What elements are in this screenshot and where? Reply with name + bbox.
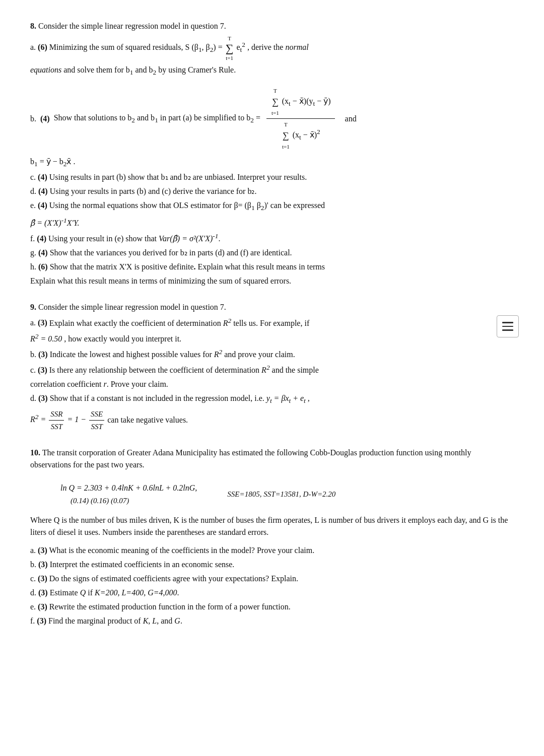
q10f-label: f.	[30, 616, 35, 625]
q8b-num-sup: T	[274, 87, 277, 95]
q10-part-f: f. (3) Find the marginal product of K, L…	[30, 615, 514, 627]
question-9: 9. Consider the simple linear regression…	[30, 301, 514, 432]
q8b-den-sum: T ∑ t=1	[282, 120, 290, 151]
hamburger-menu[interactable]	[497, 315, 519, 337]
q8b-den-sigma: ∑	[283, 129, 289, 143]
q9a-r2-val: R2 = 0.50	[30, 334, 62, 343]
q9a-cont: R2 = 0.50 , how exactly would you interp…	[30, 331, 514, 345]
q8-part-h: h. (6) Show that the matrix X'X is posit…	[30, 261, 514, 273]
q8c-text: Using results in part (b) show that b₁ a…	[49, 173, 307, 181]
q9a-text2: , how exactly would you interpret it.	[64, 334, 181, 343]
q8e-points: (4)	[38, 201, 47, 210]
q10-part-b: b. (3) Interpret the estimated coefficie…	[30, 559, 514, 571]
q10-description: Where Q is the number of bus miles drive…	[30, 514, 514, 538]
q10d-points: (3)	[38, 588, 48, 597]
q8b-label: b.	[30, 113, 36, 125]
q10-equation-main: ln Q = 2.303 + 0.4lnK + 0.6lnL + 0.2lnG,	[60, 482, 197, 494]
q8a-text4: , derive the normal	[247, 43, 309, 51]
q8-intro: Consider the simple linear regression mo…	[38, 22, 226, 30]
q8g-text: Show that the variances you derived for …	[50, 248, 292, 257]
q8a-text6: and solve them for b1 and b2 by using Cr…	[63, 65, 236, 74]
q9d-text2: can take negative values.	[107, 415, 188, 424]
q9d-label: d.	[30, 394, 36, 402]
q8b-num-sum: T ∑ t=1	[271, 87, 279, 117]
q8-part-f: f. (4) Using your result in (e) show tha…	[30, 231, 514, 245]
hamburger-line-3	[502, 329, 513, 331]
q10b-points: (3)	[38, 560, 48, 569]
q8e-text1: Using the normal equations show that OLS…	[49, 201, 325, 210]
q8b-points: (4)	[40, 113, 50, 125]
q9-part-a: a. (3) Explain what exactly the coeffici…	[30, 315, 514, 329]
q8a-sum: T ∑ t=1	[226, 34, 234, 62]
q10a-label: a.	[30, 546, 36, 555]
q10b-label: b.	[30, 560, 36, 569]
q9c-points: (3)	[38, 366, 47, 374]
question-10: 10. The transit corporation of Greater A…	[30, 447, 514, 628]
page: 8. Consider the simple linear regression…	[30, 20, 514, 627]
q8h-points: (6)	[38, 262, 48, 271]
q9a-text: Explain what exactly the coefficient of …	[49, 319, 309, 327]
q8b-and: and	[345, 113, 357, 125]
q8a-sigma: ∑	[226, 43, 234, 54]
q9b-label: b.	[30, 350, 36, 359]
q8a-points: (6)	[38, 43, 47, 51]
q9b-points: (3)	[38, 350, 48, 359]
q10-eq-block: ln Q = 2.303 + 0.4lnK + 0.6lnL + 0.2lnG,…	[60, 482, 514, 507]
q10b-text: Interpret the estimated coefficients in …	[50, 560, 235, 569]
q10-intro-line: 10. The transit corporation of Greater A…	[30, 447, 514, 471]
q8b-big-fraction: T ∑ t=1 (xt − x̄)(yt − ȳ) T ∑ t=1 (xt − …	[266, 86, 335, 152]
q10-part-c: c. (3) Do the signs of estimated coeffic…	[30, 573, 514, 585]
q10-part-d: d. (3) Estimate Q if K=200, L=400, G=4,0…	[30, 587, 514, 599]
q10-eq-left: ln Q = 2.303 + 0.4lnK + 0.6lnL + 0.2lnG,…	[60, 482, 197, 507]
q10e-label: e.	[30, 602, 36, 611]
q8h-cont: Explain what this result means in terms …	[30, 275, 514, 287]
q8-part-g: g. (4) Show that the variances you deriv…	[30, 247, 514, 259]
q10e-points: (3)	[38, 602, 47, 611]
q8a-label: a.	[30, 43, 36, 51]
q8b-den-sub: t=1	[282, 143, 290, 151]
q9c-cont: correlation coefficient r. Prove your cl…	[30, 378, 514, 390]
q9d-comma: ,	[306, 394, 310, 402]
q8a-italic-equations: equations	[30, 65, 61, 74]
hamburger-line-1	[502, 322, 513, 323]
q8g-points: (4)	[38, 248, 48, 257]
q8c-label: c.	[30, 173, 36, 181]
q8b-numerator: T ∑ t=1 (xt − x̄)(yt − ȳ)	[266, 86, 335, 119]
q8-part-d: d. (4) Using your results in parts (b) a…	[30, 185, 514, 197]
q8a-e-term: et2	[236, 43, 245, 51]
q8-intro-line: 8. Consider the simple linear regression…	[30, 20, 514, 32]
q8b-b1-formula: b1 = ȳ − b2x̄ .	[30, 157, 75, 166]
q8a-cont: equations and solve them for b1 and b2 b…	[30, 64, 514, 78]
q8b-formula-line: b. (4) Show that solutions to b2 and b1 …	[30, 86, 514, 152]
q9-part-b: b. (3) Indicate the lowest and highest p…	[30, 347, 514, 361]
q10-intro: The transit corporation of Greater Adana…	[30, 448, 471, 469]
q8b-den-sup: T	[284, 120, 288, 129]
q10e-text: Rewrite the estimated production functio…	[49, 602, 291, 611]
hamburger-line-2	[502, 326, 513, 327]
q9-part-c: c. (3) Is there any relationship between…	[30, 363, 514, 376]
q8a-text1: Minimizing the sum of squared residuals,…	[49, 43, 223, 51]
q8b-num-sigma: ∑	[272, 95, 279, 109]
q10-equation-stats: SSE=1805, SST=13581, D-W=2.20	[227, 489, 335, 500]
question-8: 8. Consider the simple linear regression…	[30, 20, 514, 287]
q9b-text: Indicate the lowest and highest possible…	[50, 350, 295, 359]
q8e-formula: β̂ = (X'X)-1X'Y.	[30, 219, 79, 227]
q8h-text2: Explain what this result means in terms …	[30, 277, 291, 285]
q9d-r2-expr: R2 = SSR SST = 1 − SSE SST	[30, 415, 107, 424]
q10-part-a: a. (3) What is the economic meaning of t…	[30, 544, 514, 557]
q8-number: 8.	[30, 22, 36, 30]
q9d-text1: Show that if a constant is not included …	[50, 394, 306, 402]
q8-part-b-block: b. (4) Show that solutions to b2 and b1 …	[30, 86, 514, 169]
q8b-denominator: T ∑ t=1 (xt − x̄)2	[277, 119, 324, 152]
q8d-text: Using your results in parts (b) and (c) …	[50, 187, 257, 195]
q10-desc-text: Where Q is the number of bus miles drive…	[30, 516, 508, 536]
q9c-label: c.	[30, 366, 36, 374]
q8f-points: (4)	[37, 234, 46, 243]
q8g-label: g.	[30, 248, 36, 257]
q10c-points: (3)	[38, 574, 47, 583]
q8d-label: d.	[30, 187, 36, 195]
q9c-text: Is there any relationship between the co…	[49, 366, 319, 374]
q10c-text: Do the signs of estimated coefficients a…	[49, 574, 298, 583]
q8-part-e: e. (4) Using the normal equations show t…	[30, 199, 514, 213]
q10-number: 10.	[30, 448, 40, 457]
